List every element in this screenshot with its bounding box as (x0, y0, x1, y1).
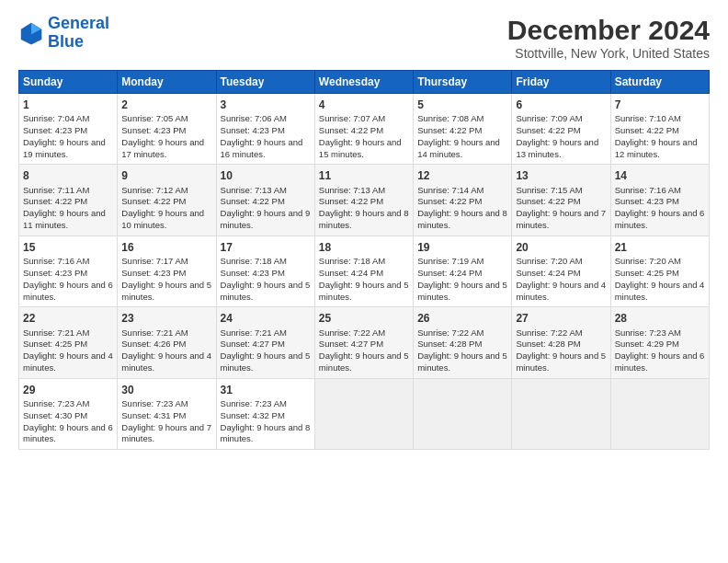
sunset-text: Sunset: 4:26 PM (121, 339, 211, 350)
daylight-text: Daylight: 9 hours and 6 minutes. (615, 208, 705, 232)
day-number: 4 (319, 98, 409, 112)
daylight-text: Daylight: 9 hours and 12 minutes. (615, 137, 705, 161)
daylight-text: Daylight: 9 hours and 5 minutes. (221, 280, 311, 304)
calendar-cell: 14Sunrise: 7:16 AMSunset: 4:23 PMDayligh… (610, 165, 709, 236)
sunrise-text: Sunrise: 7:15 AM (516, 185, 606, 197)
day-number: 28 (615, 311, 705, 326)
day-number: 27 (516, 311, 606, 326)
sunset-text: Sunset: 4:23 PM (221, 268, 311, 280)
sunrise-text: Sunrise: 7:23 AM (23, 398, 113, 410)
calendar-cell: 22Sunrise: 7:21 AMSunset: 4:25 PMDayligh… (19, 307, 118, 378)
calendar-cell: 16Sunrise: 7:17 AMSunset: 4:23 PMDayligh… (118, 236, 216, 306)
sunrise-text: Sunrise: 7:21 AM (23, 327, 113, 339)
col-sunday: Sunday (19, 71, 118, 94)
day-number: 10 (221, 168, 311, 183)
sunset-text: Sunset: 4:25 PM (615, 268, 705, 280)
calendar-cell: 20Sunrise: 7:20 AMSunset: 4:24 PMDayligh… (512, 236, 610, 306)
calendar-cell: 25Sunrise: 7:22 AMSunset: 4:27 PMDayligh… (314, 307, 413, 378)
day-number: 20 (516, 240, 606, 255)
day-number: 6 (516, 98, 606, 112)
day-number: 8 (23, 168, 113, 183)
logo-line1: General (48, 14, 109, 32)
day-number: 9 (121, 168, 211, 183)
sunset-text: Sunset: 4:24 PM (516, 268, 606, 280)
sunset-text: Sunset: 4:22 PM (516, 125, 606, 137)
daylight-text: Daylight: 9 hours and 5 minutes. (516, 350, 606, 374)
day-number: 5 (417, 98, 507, 112)
month-title: December 2024 (507, 15, 710, 46)
sunset-text: Sunset: 4:27 PM (221, 339, 311, 350)
sunrise-text: Sunrise: 7:13 AM (319, 185, 409, 197)
daylight-text: Daylight: 9 hours and 4 minutes. (23, 350, 113, 374)
header-row: Sunday Monday Tuesday Wednesday Thursday… (19, 71, 710, 94)
day-number: 31 (221, 383, 311, 397)
sunset-text: Sunset: 4:23 PM (121, 268, 211, 280)
calendar-cell: 18Sunrise: 7:18 AMSunset: 4:24 PMDayligh… (314, 236, 413, 306)
calendar-cell: 29Sunrise: 7:23 AMSunset: 4:30 PMDayligh… (19, 378, 118, 449)
daylight-text: Daylight: 9 hours and 8 minutes. (221, 422, 311, 446)
calendar-cell: 24Sunrise: 7:21 AMSunset: 4:27 PMDayligh… (216, 307, 314, 378)
day-number: 23 (121, 311, 211, 326)
calendar-cell: 19Sunrise: 7:19 AMSunset: 4:24 PMDayligh… (414, 236, 512, 306)
daylight-text: Daylight: 9 hours and 4 minutes. (121, 350, 211, 374)
col-monday: Monday (118, 71, 216, 94)
calendar-cell: 7Sunrise: 7:10 AMSunset: 4:22 PMDaylight… (610, 94, 709, 165)
sunrise-text: Sunrise: 7:11 AM (23, 185, 113, 197)
day-number: 7 (615, 98, 705, 112)
sunrise-text: Sunrise: 7:20 AM (516, 256, 606, 268)
sunset-text: Sunset: 4:28 PM (516, 339, 606, 350)
sunrise-text: Sunrise: 7:18 AM (221, 256, 311, 268)
sunset-text: Sunset: 4:24 PM (417, 268, 507, 280)
sunset-text: Sunset: 4:31 PM (121, 410, 211, 422)
sunset-text: Sunset: 4:22 PM (417, 125, 507, 137)
day-number: 21 (615, 240, 705, 255)
calendar-table: Sunday Monday Tuesday Wednesday Thursday… (18, 70, 710, 450)
sunset-text: Sunset: 4:22 PM (319, 196, 409, 208)
daylight-text: Daylight: 9 hours and 7 minutes. (516, 208, 606, 232)
col-tuesday: Tuesday (216, 71, 314, 94)
sunset-text: Sunset: 4:27 PM (319, 339, 409, 350)
col-friday: Friday (512, 71, 610, 94)
sunrise-text: Sunrise: 7:18 AM (319, 256, 409, 268)
sunrise-text: Sunrise: 7:22 AM (417, 327, 507, 339)
calendar-cell: 5Sunrise: 7:08 AMSunset: 4:22 PMDaylight… (414, 94, 512, 165)
daylight-text: Daylight: 9 hours and 5 minutes. (319, 350, 409, 374)
daylight-text: Daylight: 9 hours and 14 minutes. (417, 137, 507, 161)
calendar-cell (314, 378, 413, 449)
main-container: General Blue December 2024 Stottville, N… (0, 0, 728, 459)
logo: General Blue (18, 15, 109, 52)
calendar-cell: 23Sunrise: 7:21 AMSunset: 4:26 PMDayligh… (118, 307, 216, 378)
sunrise-text: Sunrise: 7:12 AM (121, 185, 211, 197)
sunset-text: Sunset: 4:29 PM (615, 339, 705, 350)
sunrise-text: Sunrise: 7:13 AM (221, 185, 311, 197)
day-number: 15 (23, 240, 113, 255)
calendar-cell: 26Sunrise: 7:22 AMSunset: 4:28 PMDayligh… (414, 307, 512, 378)
calendar-cell: 9Sunrise: 7:12 AMSunset: 4:22 PMDaylight… (118, 165, 216, 236)
sunrise-text: Sunrise: 7:09 AM (516, 113, 606, 125)
calendar-cell: 27Sunrise: 7:22 AMSunset: 4:28 PMDayligh… (512, 307, 610, 378)
logo-line2: Blue (48, 32, 84, 51)
day-number: 14 (615, 168, 705, 183)
sunrise-text: Sunrise: 7:20 AM (615, 256, 705, 268)
calendar-cell: 3Sunrise: 7:06 AMSunset: 4:23 PMDaylight… (216, 94, 314, 165)
col-wednesday: Wednesday (314, 71, 413, 94)
sunrise-text: Sunrise: 7:06 AM (221, 113, 311, 125)
sunset-text: Sunset: 4:23 PM (23, 125, 113, 137)
sunrise-text: Sunrise: 7:16 AM (615, 185, 705, 197)
calendar-cell: 6Sunrise: 7:09 AMSunset: 4:22 PMDaylight… (512, 94, 610, 165)
daylight-text: Daylight: 9 hours and 16 minutes. (221, 137, 311, 161)
day-number: 11 (319, 168, 409, 183)
calendar-cell: 21Sunrise: 7:20 AMSunset: 4:25 PMDayligh… (610, 236, 709, 306)
calendar-cell: 12Sunrise: 7:14 AMSunset: 4:22 PMDayligh… (414, 165, 512, 236)
calendar-cell: 10Sunrise: 7:13 AMSunset: 4:22 PMDayligh… (216, 165, 314, 236)
sunset-text: Sunset: 4:30 PM (23, 410, 113, 422)
location: Stottville, New York, United States (507, 46, 710, 61)
sunrise-text: Sunrise: 7:14 AM (417, 185, 507, 197)
daylight-text: Daylight: 9 hours and 6 minutes. (615, 350, 705, 374)
daylight-text: Daylight: 9 hours and 13 minutes. (516, 137, 606, 161)
sunrise-text: Sunrise: 7:04 AM (23, 113, 113, 125)
logo-text: General Blue (48, 15, 109, 52)
daylight-text: Daylight: 9 hours and 5 minutes. (221, 350, 311, 374)
calendar-row: 8Sunrise: 7:11 AMSunset: 4:22 PMDaylight… (19, 165, 710, 236)
calendar-cell: 30Sunrise: 7:23 AMSunset: 4:31 PMDayligh… (118, 378, 216, 449)
